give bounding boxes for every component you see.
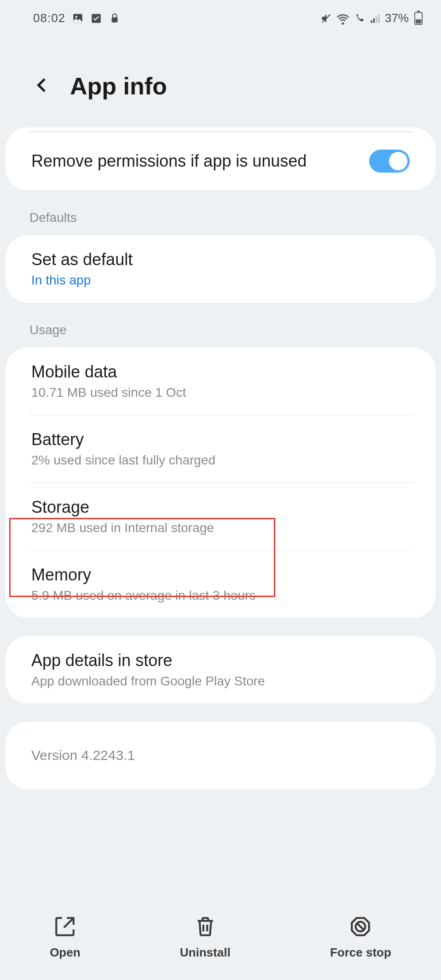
- chevron-left-icon: [33, 76, 52, 94]
- open-button[interactable]: Open: [50, 915, 80, 960]
- status-time: 08:02: [33, 11, 65, 25]
- uninstall-label: Uninstall: [180, 945, 231, 960]
- remove-permissions-card: Remove permissions if app is unused: [6, 128, 435, 190]
- section-defaults-label: Defaults: [0, 190, 441, 235]
- memory-subtitle: 5.9 MB used on average in last 3 hours: [31, 588, 410, 603]
- mobile-data-title: Mobile data: [31, 362, 410, 382]
- section-usage-label: Usage: [0, 302, 441, 348]
- gallery-icon: [72, 12, 84, 24]
- status-bar: 08:02 37%: [0, 0, 441, 31]
- battery-title: Battery: [31, 430, 410, 449]
- remove-permissions-row[interactable]: Remove permissions if app is unused: [6, 132, 435, 190]
- bottom-bar: Open Uninstall Force stop: [0, 901, 441, 980]
- status-right: 37%: [320, 11, 423, 25]
- header: App info: [0, 31, 441, 128]
- signal-icon: [369, 12, 381, 24]
- version-card: Version 4.2243.1: [6, 722, 435, 789]
- memory-title: Memory: [31, 565, 410, 585]
- app-details-store-row[interactable]: App details in store App downloaded from…: [6, 636, 435, 703]
- back-button[interactable]: [29, 72, 55, 100]
- svg-rect-5: [371, 20, 372, 23]
- remove-permissions-toggle[interactable]: [369, 150, 410, 173]
- battery-subtitle: 2% used since last fully charged: [31, 453, 410, 468]
- battery-icon: [414, 12, 423, 25]
- page-title: App info: [70, 72, 167, 100]
- storage-title: Storage: [31, 498, 410, 517]
- memory-row[interactable]: Memory 5.9 MB used on average in last 3 …: [6, 551, 435, 618]
- remove-permissions-label: Remove permissions if app is unused: [31, 151, 307, 171]
- lock-icon: [109, 12, 121, 24]
- svg-rect-7: [376, 16, 377, 23]
- app-details-store-subtitle: App downloaded from Google Play Store: [31, 674, 410, 689]
- force-stop-label: Force stop: [330, 945, 391, 960]
- status-left: 08:02: [33, 11, 121, 25]
- stop-icon: [349, 915, 372, 938]
- checkbox-icon: [90, 12, 102, 24]
- version-text: Version 4.2243.1: [31, 748, 410, 763]
- force-stop-button[interactable]: Force stop: [330, 915, 391, 960]
- battery-row[interactable]: Battery 2% used since last fully charged: [6, 415, 435, 482]
- volte-icon: [354, 12, 366, 24]
- svg-rect-8: [378, 14, 379, 23]
- svg-rect-6: [373, 18, 375, 23]
- mobile-data-subtitle: 10.71 MB used since 1 Oct: [31, 385, 410, 400]
- open-icon: [53, 915, 76, 938]
- usage-card: Mobile data 10.71 MB used since 1 Oct Ba…: [6, 348, 435, 618]
- store-card: App details in store App downloaded from…: [6, 636, 435, 703]
- mute-icon: [320, 12, 332, 24]
- battery-percentage: 37%: [385, 11, 409, 25]
- set-as-default-title: Set as default: [31, 250, 410, 269]
- wifi-icon: [336, 12, 350, 25]
- set-as-default-subtitle: In this app: [31, 273, 410, 288]
- svg-rect-3: [112, 17, 118, 22]
- storage-row[interactable]: Storage 292 MB used in Internal storage: [6, 483, 435, 550]
- uninstall-button[interactable]: Uninstall: [180, 915, 231, 960]
- svg-point-1: [75, 16, 77, 17]
- set-as-default-row[interactable]: Set as default In this app: [6, 235, 435, 302]
- open-label: Open: [50, 945, 80, 960]
- app-details-store-title: App details in store: [31, 651, 410, 670]
- svg-line-13: [357, 923, 364, 930]
- defaults-card: Set as default In this app: [6, 235, 435, 302]
- storage-subtitle: 292 MB used in Internal storage: [31, 521, 410, 535]
- trash-icon: [194, 915, 217, 938]
- mobile-data-row[interactable]: Mobile data 10.71 MB used since 1 Oct: [6, 348, 435, 415]
